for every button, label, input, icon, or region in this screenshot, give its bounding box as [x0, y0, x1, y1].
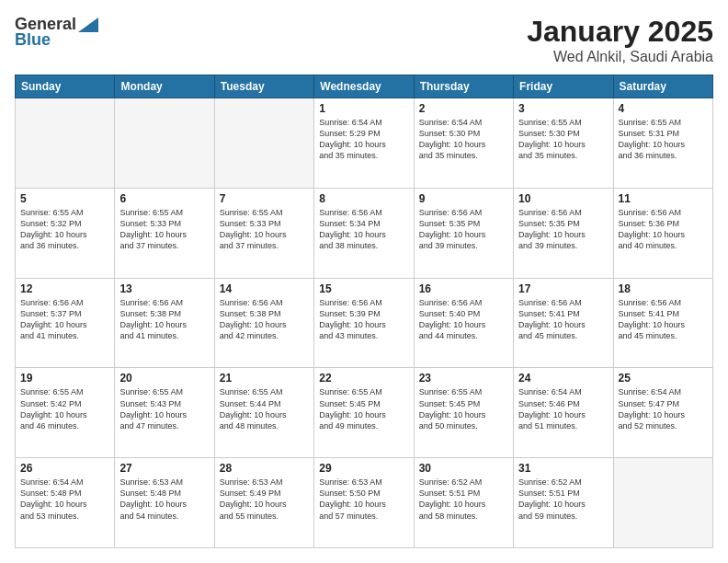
- day-info: Sunrise: 6:54 AM Sunset: 5:30 PM Dayligh…: [419, 117, 508, 162]
- calendar-week-4: 19Sunrise: 6:55 AM Sunset: 5:42 PM Dayli…: [16, 368, 713, 458]
- day-number: 21: [220, 372, 309, 385]
- calendar-cell: 15Sunrise: 6:56 AM Sunset: 5:39 PM Dayli…: [314, 278, 414, 368]
- day-number: 1: [319, 102, 408, 115]
- day-number: 24: [518, 372, 608, 385]
- calendar-cell: 28Sunrise: 6:53 AM Sunset: 5:49 PM Dayli…: [214, 458, 313, 548]
- logo-icon: [78, 17, 98, 32]
- month-title: January 2025: [527, 15, 713, 49]
- day-number: 12: [20, 282, 109, 295]
- day-info: Sunrise: 6:56 AM Sunset: 5:41 PM Dayligh…: [518, 297, 608, 342]
- page: General Blue January 2025 Wed Alnkil, Sa…: [0, 0, 728, 563]
- day-info: Sunrise: 6:56 AM Sunset: 5:39 PM Dayligh…: [319, 297, 408, 342]
- day-info: Sunrise: 6:55 AM Sunset: 5:43 PM Dayligh…: [119, 386, 209, 431]
- day-number: 6: [119, 192, 209, 205]
- day-number: 26: [20, 462, 109, 475]
- calendar-cell: 10Sunrise: 6:56 AM Sunset: 5:35 PM Dayli…: [514, 188, 613, 278]
- day-number: 17: [518, 282, 608, 295]
- day-info: Sunrise: 6:52 AM Sunset: 5:51 PM Dayligh…: [518, 477, 608, 522]
- calendar-header-sunday: Sunday: [16, 75, 115, 98]
- day-info: Sunrise: 6:55 AM Sunset: 5:33 PM Dayligh…: [119, 207, 209, 252]
- day-number: 25: [619, 372, 708, 385]
- logo-blue-text: Blue: [15, 30, 51, 50]
- day-info: Sunrise: 6:55 AM Sunset: 5:33 PM Dayligh…: [220, 207, 309, 252]
- calendar-week-5: 26Sunrise: 6:54 AM Sunset: 5:48 PM Dayli…: [16, 458, 713, 548]
- calendar-cell: 25Sunrise: 6:54 AM Sunset: 5:47 PM Dayli…: [613, 368, 712, 458]
- day-info: Sunrise: 6:55 AM Sunset: 5:32 PM Dayligh…: [20, 207, 109, 252]
- svg-marker-0: [78, 17, 98, 32]
- day-info: Sunrise: 6:54 AM Sunset: 5:47 PM Dayligh…: [619, 386, 708, 431]
- day-number: 20: [119, 372, 209, 385]
- calendar-cell: 12Sunrise: 6:56 AM Sunset: 5:37 PM Dayli…: [16, 278, 115, 368]
- day-number: 18: [619, 282, 708, 295]
- day-info: Sunrise: 6:56 AM Sunset: 5:34 PM Dayligh…: [319, 207, 408, 252]
- calendar-cell: 23Sunrise: 6:55 AM Sunset: 5:45 PM Dayli…: [414, 368, 513, 458]
- day-number: 8: [319, 192, 408, 205]
- day-info: Sunrise: 6:53 AM Sunset: 5:50 PM Dayligh…: [319, 477, 408, 522]
- day-info: Sunrise: 6:56 AM Sunset: 5:41 PM Dayligh…: [619, 297, 708, 342]
- logo: General Blue: [15, 15, 98, 50]
- day-number: 11: [619, 192, 708, 205]
- calendar-cell: 9Sunrise: 6:56 AM Sunset: 5:35 PM Daylig…: [414, 188, 513, 278]
- calendar-cell: 3Sunrise: 6:55 AM Sunset: 5:30 PM Daylig…: [514, 98, 613, 189]
- day-number: 29: [319, 462, 408, 475]
- day-number: 22: [319, 372, 408, 385]
- day-info: Sunrise: 6:53 AM Sunset: 5:49 PM Dayligh…: [220, 477, 309, 522]
- calendar-cell: 18Sunrise: 6:56 AM Sunset: 5:41 PM Dayli…: [613, 278, 712, 368]
- calendar-cell: 30Sunrise: 6:52 AM Sunset: 5:51 PM Dayli…: [414, 458, 513, 548]
- calendar-header-saturday: Saturday: [613, 75, 712, 98]
- calendar-cell: 21Sunrise: 6:55 AM Sunset: 5:44 PM Dayli…: [214, 368, 313, 458]
- calendar-table: SundayMondayTuesdayWednesdayThursdayFrid…: [15, 75, 713, 548]
- calendar-cell: [115, 98, 214, 189]
- calendar-cell: 19Sunrise: 6:55 AM Sunset: 5:42 PM Dayli…: [16, 368, 115, 458]
- calendar-cell: [613, 458, 712, 548]
- day-info: Sunrise: 6:54 AM Sunset: 5:46 PM Dayligh…: [518, 386, 608, 431]
- day-info: Sunrise: 6:55 AM Sunset: 5:42 PM Dayligh…: [20, 386, 109, 431]
- day-info: Sunrise: 6:56 AM Sunset: 5:37 PM Dayligh…: [20, 297, 109, 342]
- day-number: 4: [619, 102, 708, 115]
- calendar-cell: 31Sunrise: 6:52 AM Sunset: 5:51 PM Dayli…: [514, 458, 613, 548]
- calendar-cell: 2Sunrise: 6:54 AM Sunset: 5:30 PM Daylig…: [414, 98, 513, 189]
- day-number: 10: [518, 192, 608, 205]
- calendar-header-wednesday: Wednesday: [314, 75, 414, 98]
- day-info: Sunrise: 6:53 AM Sunset: 5:48 PM Dayligh…: [119, 477, 209, 522]
- calendar-cell: [214, 98, 313, 189]
- day-number: 7: [220, 192, 309, 205]
- day-info: Sunrise: 6:56 AM Sunset: 5:35 PM Dayligh…: [518, 207, 608, 252]
- day-number: 14: [220, 282, 309, 295]
- calendar-cell: [16, 98, 115, 189]
- day-number: 30: [419, 462, 508, 475]
- calendar-cell: 14Sunrise: 6:56 AM Sunset: 5:38 PM Dayli…: [214, 278, 313, 368]
- day-info: Sunrise: 6:56 AM Sunset: 5:38 PM Dayligh…: [119, 297, 209, 342]
- day-info: Sunrise: 6:56 AM Sunset: 5:40 PM Dayligh…: [419, 297, 508, 342]
- day-number: 19: [20, 372, 109, 385]
- calendar-header-tuesday: Tuesday: [214, 75, 313, 98]
- calendar-cell: 13Sunrise: 6:56 AM Sunset: 5:38 PM Dayli…: [115, 278, 214, 368]
- calendar-cell: 26Sunrise: 6:54 AM Sunset: 5:48 PM Dayli…: [16, 458, 115, 548]
- title-area: January 2025 Wed Alnkil, Saudi Arabia: [527, 15, 713, 65]
- day-number: 3: [518, 102, 608, 115]
- day-info: Sunrise: 6:52 AM Sunset: 5:51 PM Dayligh…: [419, 477, 508, 522]
- calendar-header-friday: Friday: [514, 75, 613, 98]
- day-info: Sunrise: 6:56 AM Sunset: 5:38 PM Dayligh…: [220, 297, 309, 342]
- calendar-week-1: 1Sunrise: 6:54 AM Sunset: 5:29 PM Daylig…: [16, 98, 713, 189]
- calendar-cell: 27Sunrise: 6:53 AM Sunset: 5:48 PM Dayli…: [115, 458, 214, 548]
- day-number: 13: [119, 282, 209, 295]
- calendar-cell: 22Sunrise: 6:55 AM Sunset: 5:45 PM Dayli…: [314, 368, 414, 458]
- day-info: Sunrise: 6:56 AM Sunset: 5:35 PM Dayligh…: [419, 207, 508, 252]
- day-info: Sunrise: 6:54 AM Sunset: 5:29 PM Dayligh…: [319, 117, 408, 162]
- day-number: 23: [419, 372, 508, 385]
- calendar-week-2: 5Sunrise: 6:55 AM Sunset: 5:32 PM Daylig…: [16, 188, 713, 278]
- calendar-cell: 4Sunrise: 6:55 AM Sunset: 5:31 PM Daylig…: [613, 98, 712, 189]
- calendar-cell: 8Sunrise: 6:56 AM Sunset: 5:34 PM Daylig…: [314, 188, 414, 278]
- calendar-cell: 20Sunrise: 6:55 AM Sunset: 5:43 PM Dayli…: [115, 368, 214, 458]
- day-info: Sunrise: 6:56 AM Sunset: 5:36 PM Dayligh…: [619, 207, 708, 252]
- day-number: 2: [419, 102, 508, 115]
- calendar-cell: 7Sunrise: 6:55 AM Sunset: 5:33 PM Daylig…: [214, 188, 313, 278]
- day-number: 28: [220, 462, 309, 475]
- day-number: 5: [20, 192, 109, 205]
- day-info: Sunrise: 6:55 AM Sunset: 5:45 PM Dayligh…: [419, 386, 508, 431]
- calendar-cell: 5Sunrise: 6:55 AM Sunset: 5:32 PM Daylig…: [16, 188, 115, 278]
- day-number: 27: [119, 462, 209, 475]
- calendar-week-3: 12Sunrise: 6:56 AM Sunset: 5:37 PM Dayli…: [16, 278, 713, 368]
- calendar-header-row: SundayMondayTuesdayWednesdayThursdayFrid…: [16, 75, 713, 98]
